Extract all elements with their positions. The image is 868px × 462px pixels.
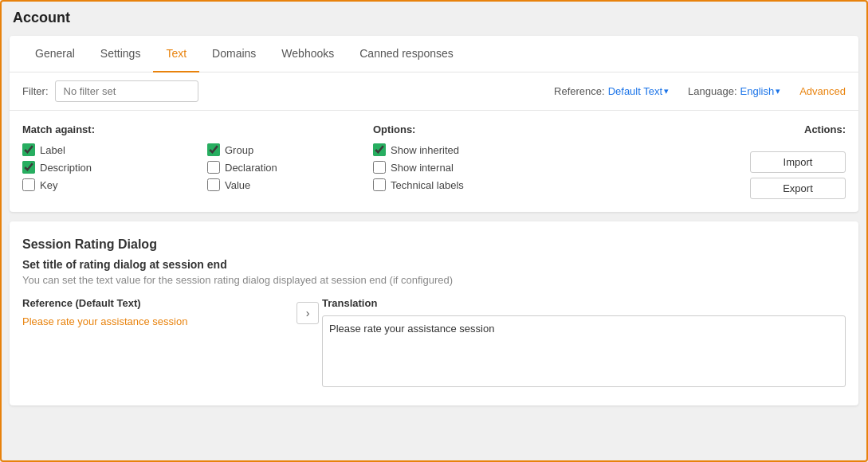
- checkbox-show-internal-input[interactable]: [373, 161, 386, 174]
- subsection-title: Set title of rating dialog at session en…: [22, 258, 846, 271]
- tab-webhooks[interactable]: Webhooks: [269, 36, 347, 72]
- checkbox-label-text: Label: [40, 144, 65, 156]
- reference-value-text: Default Text: [608, 85, 662, 97]
- filter-label: Filter:: [22, 85, 49, 97]
- copy-arrow-button[interactable]: ›: [297, 302, 319, 324]
- actions-heading: Actions:: [750, 123, 846, 135]
- checkbox-technical-labels-input[interactable]: [373, 178, 386, 191]
- match-heading: Match against:: [22, 123, 373, 135]
- checkbox-label: Label: [22, 143, 188, 156]
- checkbox-declaration: Declaration: [207, 161, 373, 174]
- reference-chevron-icon: ▾: [664, 86, 669, 96]
- checkbox-show-inherited-input[interactable]: [373, 143, 386, 156]
- subsection-desc: You can set the text value for the sessi…: [22, 274, 846, 286]
- tabs-bar: General Settings Text Domains Webhooks C…: [10, 36, 858, 72]
- language-label: Language:: [688, 85, 736, 97]
- checkbox-value: Value: [207, 178, 373, 191]
- actions-section: Actions: Import Export: [750, 123, 846, 199]
- translation-textarea[interactable]: [322, 315, 846, 387]
- match-checkboxes: Label Group Description Declaration: [22, 143, 373, 191]
- checkbox-show-inherited: Show inherited: [373, 143, 750, 156]
- import-button[interactable]: Import: [750, 151, 846, 173]
- checkbox-value-text: Value: [225, 179, 250, 191]
- checkbox-show-inherited-text: Show inherited: [391, 144, 459, 156]
- translation-row: Reference (Default Text) Please rate you…: [22, 297, 846, 390]
- checkbox-group-input[interactable]: [207, 143, 220, 156]
- checkbox-show-internal: Show internal: [373, 161, 750, 174]
- ref-col: Reference (Default Text) Please rate you…: [22, 297, 293, 327]
- reference-section: Reference: Default Text ▾: [554, 85, 669, 97]
- translation-col: Translation: [322, 297, 846, 390]
- arrow-col: ›: [293, 297, 322, 324]
- checkbox-technical-labels-text: Technical labels: [391, 179, 464, 191]
- tab-text[interactable]: Text: [153, 36, 199, 72]
- checkbox-declaration-text: Declaration: [225, 162, 277, 174]
- page-title: Account: [10, 10, 858, 26]
- filter-input[interactable]: [55, 80, 198, 102]
- language-dropdown[interactable]: English ▾: [740, 85, 781, 97]
- tab-general[interactable]: General: [22, 36, 88, 72]
- checkbox-label-input[interactable]: [22, 143, 35, 156]
- checkbox-technical-labels: Technical labels: [373, 178, 750, 191]
- ref-col-value: Please rate your assistance session: [22, 315, 293, 327]
- language-chevron-icon: ▾: [776, 86, 780, 96]
- ref-col-label: Reference (Default Text): [22, 297, 293, 309]
- session-title: Session Rating Dialog: [22, 237, 846, 252]
- options-area: Match against: Label Group Description: [10, 111, 858, 212]
- tab-settings[interactable]: Settings: [88, 36, 154, 72]
- outer-border: Account General Settings Text Domains We…: [0, 0, 868, 462]
- reference-label: Reference:: [554, 85, 605, 97]
- options-heading: Options:: [373, 123, 750, 135]
- filter-bar: Filter: Reference: Default Text ▾ Langua…: [10, 72, 858, 111]
- language-section: Language: English ▾: [688, 85, 780, 97]
- main-card: General Settings Text Domains Webhooks C…: [10, 36, 858, 212]
- checkbox-description-text: Description: [40, 162, 92, 174]
- checkbox-key-input[interactable]: [22, 178, 35, 191]
- match-section: Match against: Label Group Description: [22, 123, 373, 199]
- checkbox-declaration-input[interactable]: [207, 161, 220, 174]
- checkbox-key: Key: [22, 178, 188, 191]
- export-button[interactable]: Export: [750, 178, 846, 199]
- translation-col-label: Translation: [322, 297, 846, 309]
- checkbox-key-text: Key: [40, 179, 57, 191]
- checkbox-group: Group: [207, 143, 373, 156]
- content-section: Session Rating Dialog Set title of ratin…: [10, 221, 858, 405]
- options-checkboxes: Show inherited Show internal Technical l…: [373, 143, 750, 191]
- checkbox-description-input[interactable]: [22, 161, 35, 174]
- advanced-link[interactable]: Advanced: [799, 85, 846, 97]
- reference-dropdown[interactable]: Default Text ▾: [608, 85, 669, 97]
- language-value-text: English: [740, 85, 775, 97]
- checkbox-group-text: Group: [225, 144, 253, 156]
- checkbox-show-internal-text: Show internal: [391, 162, 454, 174]
- action-buttons: Import Export: [750, 151, 846, 199]
- tab-canned[interactable]: Canned responses: [347, 36, 466, 72]
- checkbox-description: Description: [22, 161, 188, 174]
- checkbox-value-input[interactable]: [207, 178, 220, 191]
- options-section: Options: Show inherited Show internal Te…: [373, 123, 750, 199]
- tab-domains[interactable]: Domains: [199, 36, 269, 72]
